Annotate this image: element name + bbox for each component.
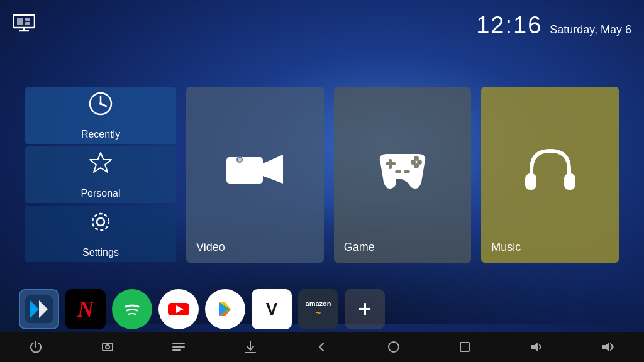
svg-rect-38 bbox=[103, 343, 113, 351]
back-button[interactable] bbox=[303, 332, 341, 362]
personal-label: Personal bbox=[80, 188, 120, 199]
recents-button[interactable] bbox=[446, 332, 484, 362]
amazon-app-icon[interactable]: amazon~ bbox=[298, 289, 338, 329]
header: 12:16 Saturday, May 6 bbox=[0, 0, 644, 50]
monitor-icon bbox=[13, 14, 35, 36]
main-content: Recently Personal Settings bbox=[0, 50, 644, 299]
svg-marker-10 bbox=[90, 153, 111, 172]
svg-point-45 bbox=[389, 342, 399, 352]
svg-rect-13 bbox=[226, 157, 263, 184]
recently-tile[interactable]: Recently bbox=[25, 87, 176, 144]
header-datetime: 12:16 Saturday, May 6 bbox=[476, 12, 631, 39]
star-icon bbox=[88, 150, 113, 184]
svg-point-12 bbox=[92, 214, 109, 230]
add-icon: + bbox=[358, 296, 371, 322]
clock-time: 12:16 bbox=[476, 12, 542, 39]
power-button[interactable] bbox=[17, 332, 55, 362]
settings-label: Settings bbox=[82, 247, 119, 258]
netflix-logo: N bbox=[77, 296, 94, 322]
svg-rect-4 bbox=[25, 18, 30, 21]
svg-point-11 bbox=[97, 218, 104, 226]
music-tile[interactable]: Music bbox=[481, 87, 619, 263]
screenshot-button[interactable] bbox=[89, 332, 126, 362]
left-panel: Recently Personal Settings bbox=[25, 87, 176, 262]
svg-marker-14 bbox=[263, 155, 283, 184]
gamepad-icon bbox=[368, 145, 437, 205]
volume-down-button[interactable] bbox=[518, 332, 555, 362]
nav-bar bbox=[0, 332, 644, 362]
personal-tile[interactable]: Personal bbox=[25, 146, 176, 203]
volume-up-button[interactable] bbox=[589, 332, 627, 362]
game-label: Game bbox=[344, 241, 375, 254]
svg-rect-46 bbox=[460, 343, 469, 351]
play-store-app-icon[interactable] bbox=[205, 289, 245, 329]
recently-label: Recently bbox=[81, 129, 120, 140]
svg-rect-25 bbox=[525, 173, 536, 190]
home-button[interactable] bbox=[375, 332, 413, 362]
settings-tile[interactable]: Settings bbox=[25, 206, 176, 262]
headphones-icon bbox=[519, 145, 582, 205]
amazon-logo: amazon~ bbox=[306, 300, 331, 319]
video-label: Video bbox=[196, 241, 225, 254]
vudu-app-icon[interactable]: V bbox=[252, 289, 292, 329]
svg-point-16 bbox=[238, 158, 242, 162]
svg-rect-18 bbox=[389, 159, 392, 169]
kodi-app-icon[interactable] bbox=[19, 289, 59, 329]
svg-point-9 bbox=[99, 102, 102, 105]
svg-point-22 bbox=[414, 163, 419, 168]
video-tile[interactable]: Video bbox=[186, 87, 324, 263]
svg-rect-26 bbox=[564, 173, 575, 190]
svg-rect-5 bbox=[25, 22, 30, 25]
svg-point-21 bbox=[414, 156, 419, 161]
vudu-logo: V bbox=[266, 299, 278, 319]
svg-marker-48 bbox=[602, 343, 609, 351]
download-button[interactable] bbox=[231, 332, 269, 362]
spotify-app-icon[interactable] bbox=[112, 289, 152, 329]
svg-point-39 bbox=[106, 345, 109, 349]
clock-icon bbox=[88, 91, 113, 125]
menu-button[interactable] bbox=[160, 332, 197, 362]
svg-rect-3 bbox=[17, 18, 23, 25]
gear-icon bbox=[88, 209, 113, 243]
svg-marker-47 bbox=[531, 343, 538, 351]
svg-point-24 bbox=[404, 170, 410, 173]
app-bar: N V amazon~ bbox=[0, 287, 644, 332]
svg-point-23 bbox=[395, 170, 401, 173]
netflix-app-icon[interactable]: N bbox=[65, 289, 106, 329]
add-app-button[interactable]: + bbox=[345, 289, 385, 329]
video-camera-icon bbox=[223, 147, 286, 202]
clock-date: Saturday, May 6 bbox=[550, 23, 631, 36]
music-label: Music bbox=[491, 241, 521, 254]
youtube-app-icon[interactable] bbox=[158, 289, 199, 329]
svg-rect-0 bbox=[13, 15, 35, 28]
game-tile[interactable]: Game bbox=[334, 87, 472, 263]
